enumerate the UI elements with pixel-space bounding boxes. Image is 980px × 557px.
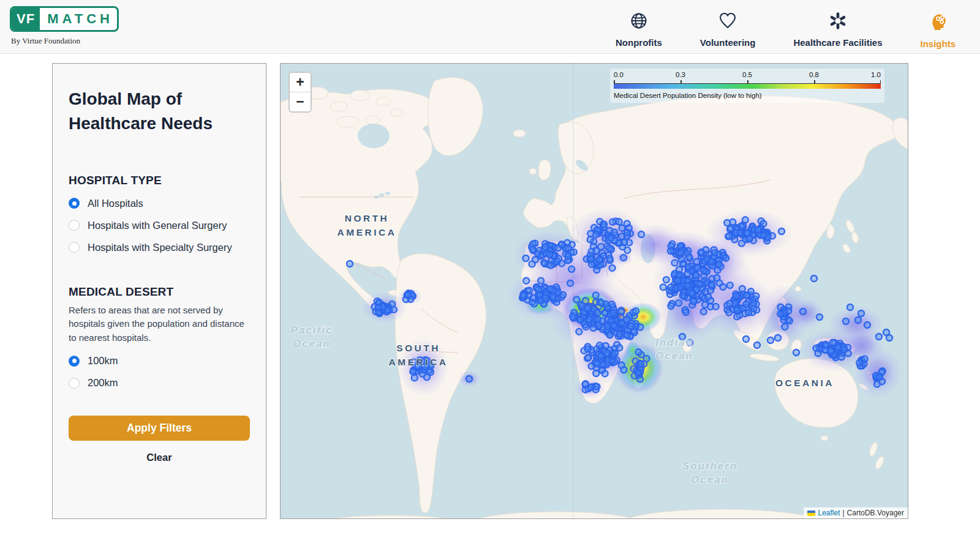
map-marker[interactable] bbox=[720, 284, 726, 290]
map-marker[interactable] bbox=[612, 350, 618, 356]
apply-filters-button[interactable]: Apply Filters bbox=[69, 416, 250, 441]
map-marker[interactable] bbox=[607, 255, 613, 261]
radio-200km[interactable]: 200km bbox=[69, 377, 250, 389]
map-marker[interactable] bbox=[727, 282, 733, 288]
map-marker[interactable] bbox=[593, 292, 599, 298]
map-marker[interactable] bbox=[633, 308, 639, 314]
map-marker[interactable] bbox=[847, 304, 853, 310]
map-marker[interactable] bbox=[876, 374, 883, 380]
map-marker[interactable] bbox=[609, 265, 616, 271]
map-marker[interactable] bbox=[616, 219, 622, 225]
map-marker[interactable] bbox=[793, 350, 799, 356]
map-marker[interactable] bbox=[621, 367, 627, 373]
map-marker[interactable] bbox=[660, 284, 666, 290]
map-marker[interactable] bbox=[605, 323, 611, 329]
map-marker[interactable] bbox=[679, 256, 685, 263]
map-marker[interactable] bbox=[547, 286, 553, 292]
map-marker[interactable] bbox=[584, 305, 590, 311]
map-marker[interactable] bbox=[631, 373, 638, 379]
map-marker[interactable] bbox=[577, 317, 583, 323]
map-marker[interactable] bbox=[608, 234, 614, 241]
map-marker[interactable] bbox=[538, 278, 544, 284]
map-marker[interactable] bbox=[412, 375, 418, 381]
map-marker[interactable] bbox=[777, 311, 783, 317]
map-marker[interactable] bbox=[628, 323, 634, 329]
brand-logo[interactable]: VF MATCH By Virtue Foundation bbox=[10, 6, 119, 46]
map-marker[interactable] bbox=[698, 281, 704, 287]
map-marker[interactable] bbox=[724, 220, 730, 226]
map-marker[interactable] bbox=[723, 255, 729, 261]
map-marker[interactable] bbox=[734, 313, 740, 320]
map-marker[interactable] bbox=[754, 342, 760, 348]
map-marker[interactable] bbox=[594, 231, 600, 237]
map-marker[interactable] bbox=[600, 361, 606, 367]
map-marker[interactable] bbox=[550, 294, 556, 300]
map-marker[interactable] bbox=[621, 239, 627, 245]
map-marker[interactable] bbox=[644, 356, 650, 362]
map-marker[interactable] bbox=[668, 248, 674, 254]
map-marker[interactable] bbox=[609, 301, 615, 307]
map-marker[interactable] bbox=[684, 282, 690, 288]
map-marker[interactable] bbox=[624, 316, 630, 323]
map-marker[interactable] bbox=[753, 293, 759, 299]
map-marker[interactable] bbox=[778, 228, 785, 234]
map-marker[interactable] bbox=[767, 337, 774, 343]
map-marker[interactable] bbox=[602, 370, 608, 376]
map-marker[interactable] bbox=[567, 280, 573, 286]
map-marker[interactable] bbox=[748, 288, 754, 294]
map-marker[interactable] bbox=[694, 259, 700, 265]
radio-all-hospitals[interactable]: All Hospitals bbox=[69, 198, 250, 209]
radio-general-surgery[interactable]: Hospitals with General Surgery bbox=[69, 220, 250, 231]
map-marker[interactable] bbox=[541, 260, 547, 266]
map-marker[interactable] bbox=[714, 275, 720, 281]
nav-item-healthcare-facilities[interactable]: Healthcare Facilities bbox=[793, 11, 882, 49]
map-marker[interactable] bbox=[604, 350, 610, 356]
nav-item-nonprofits[interactable]: Nonprofits bbox=[616, 11, 662, 49]
map-marker[interactable] bbox=[830, 340, 836, 346]
map-marker[interactable] bbox=[601, 222, 607, 228]
map-marker[interactable] bbox=[744, 230, 750, 236]
map-marker[interactable] bbox=[675, 278, 681, 284]
map-marker[interactable] bbox=[597, 342, 603, 348]
map-marker[interactable] bbox=[715, 267, 721, 273]
map-marker[interactable] bbox=[701, 308, 707, 315]
map-marker[interactable] bbox=[410, 368, 416, 375]
map-marker[interactable] bbox=[703, 247, 709, 253]
map-marker[interactable] bbox=[839, 354, 845, 360]
map-marker[interactable] bbox=[607, 332, 613, 338]
map-marker[interactable] bbox=[570, 313, 576, 320]
map-marker[interactable] bbox=[775, 335, 781, 341]
map-marker[interactable] bbox=[565, 245, 571, 251]
radio-button-icon[interactable] bbox=[69, 378, 80, 389]
map-marker[interactable] bbox=[609, 219, 616, 225]
nav-item-insights[interactable]: Insights bbox=[920, 11, 956, 49]
map-marker[interactable] bbox=[589, 363, 595, 369]
map-marker[interactable] bbox=[739, 305, 745, 312]
map-marker[interactable] bbox=[743, 336, 749, 342]
map-marker[interactable] bbox=[347, 261, 353, 267]
radio-button-icon[interactable] bbox=[69, 198, 80, 209]
map-marker[interactable] bbox=[637, 324, 643, 331]
map-marker[interactable] bbox=[593, 370, 599, 376]
clear-filters-button[interactable]: Clear bbox=[69, 452, 250, 463]
map-marker[interactable] bbox=[598, 300, 605, 306]
map-marker[interactable] bbox=[685, 271, 691, 277]
leaflet-link[interactable]: Leaflet bbox=[818, 509, 840, 517]
map-marker[interactable] bbox=[713, 304, 719, 310]
map-marker[interactable] bbox=[526, 288, 532, 294]
map-marker[interactable] bbox=[761, 233, 767, 239]
map-marker[interactable] bbox=[631, 365, 637, 372]
map-marker[interactable] bbox=[680, 293, 686, 299]
map-marker[interactable] bbox=[624, 230, 630, 236]
map-marker[interactable] bbox=[586, 316, 592, 323]
nav-item-volunteering[interactable]: Volunteering bbox=[700, 11, 756, 49]
map-marker[interactable] bbox=[683, 309, 689, 315]
map-marker[interactable] bbox=[739, 241, 745, 247]
radio-button-icon[interactable] bbox=[69, 242, 80, 253]
map-marker[interactable] bbox=[611, 322, 617, 328]
map-marker[interactable] bbox=[663, 277, 669, 283]
map-marker[interactable] bbox=[568, 266, 575, 272]
map-marker[interactable] bbox=[876, 334, 882, 340]
map-marker[interactable] bbox=[638, 361, 644, 367]
map-marker[interactable] bbox=[521, 293, 527, 299]
